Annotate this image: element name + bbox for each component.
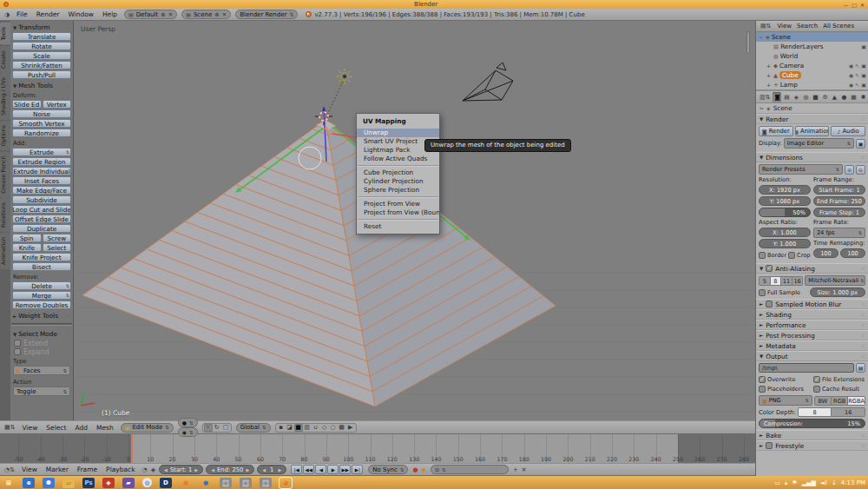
taskbar-app-violet-icon[interactable]: ▰ <box>122 478 135 488</box>
loop-cut-and-slide-button[interactable]: Loop Cut and Slide <box>12 205 71 214</box>
tray-volume-icon[interactable]: ◄) <box>820 479 827 486</box>
output-panel-header[interactable]: ▼ Output ∷ <box>756 351 868 361</box>
operator-panel-divider[interactable] <box>11 323 72 326</box>
toolshelf-tab-grease-pencil[interactable]: Grease Pencil <box>0 152 10 198</box>
bisect-button[interactable]: Bisect <box>12 262 71 271</box>
renderable-camera-icon[interactable]: ▣ <box>861 63 866 69</box>
preview-range-icon[interactable]: ◔ <box>141 466 149 473</box>
aspect-y-field[interactable]: Y: 1.000 <box>759 239 811 248</box>
aa-sample-11-button[interactable]: 11 <box>781 276 792 286</box>
tab-texture[interactable]: ▦ <box>849 92 858 102</box>
aa-size-field[interactable]: Size: 1.000 px <box>810 287 866 297</box>
merge-button[interactable]: Merge⇅ <box>12 291 71 300</box>
select-type-dropdown[interactable]: ◼ Faces ⇅ <box>13 366 70 375</box>
opengl-render-anim-icon[interactable]: ▶ <box>346 424 355 432</box>
timeline-menu-view[interactable]: View <box>17 466 42 473</box>
renderable-camera-icon[interactable]: ▣ <box>861 82 866 88</box>
mesh-tools-panel-header[interactable]: ▼ Mesh Tools ∷ <box>11 80 72 90</box>
insert-keyframe-icon[interactable]: + <box>511 466 520 473</box>
end-frame-field[interactable]: ◀ End: 250 ▶ <box>206 465 254 474</box>
select-mode-panel-header[interactable]: ▼ Select Mode ∷ <box>11 328 72 339</box>
randomize-button[interactable]: Randomize <box>12 129 71 137</box>
resolution-x-field[interactable]: X: 1920 px <box>759 185 811 195</box>
menu-item-cube-projection[interactable]: Cube Projection <box>357 169 439 177</box>
sun-lamp-object[interactable] <box>337 69 352 84</box>
resolution-percentage-slider[interactable]: 50% <box>759 208 811 217</box>
outliner-row-camera[interactable]: +◆Camera◉↖▣ <box>756 61 868 70</box>
extrude-region-button[interactable]: Extrude Region <box>12 157 71 166</box>
jump-next-keyframe-button[interactable]: ▶▶ <box>339 465 351 474</box>
select-button[interactable]: Select <box>43 243 72 252</box>
panel-drag-dots[interactable]: ∷ <box>67 25 70 30</box>
menu-item-cylinder-projection[interactable]: Cylinder Projection <box>357 177 439 186</box>
keying-set-dropdown[interactable]: ⊙ ⇅ <box>431 465 509 474</box>
add-preset-button[interactable]: ⊕ <box>845 165 854 175</box>
knife-project-button[interactable]: Knife Project <box>12 253 71 261</box>
view3d-menu-mesh[interactable]: Mesh <box>92 424 118 432</box>
menu-item-project-from-view[interactable]: Project From View <box>357 200 439 208</box>
panel-drag-dots[interactable]: ∷ <box>862 443 865 448</box>
add-scene-icon[interactable]: ⊕ <box>214 11 219 18</box>
visibility-eye-icon[interactable]: ◉ <box>849 82 853 88</box>
noise-button[interactable]: Noise <box>12 109 71 118</box>
overwrite-checkbox[interactable]: Overwrite <box>759 374 811 384</box>
panel-drag-dots[interactable]: ∷ <box>67 314 70 319</box>
info-menu-render[interactable]: Render <box>32 10 64 18</box>
manipulator-translate-icon[interactable]: + <box>204 424 213 432</box>
translate-button[interactable]: Translate <box>12 32 71 41</box>
manipulator-scale-icon[interactable]: ▢ <box>221 424 230 432</box>
panel-drag-dots[interactable]: ∷ <box>862 343 865 348</box>
taskbar-app-red-icon[interactable]: ◈ <box>102 478 115 488</box>
delete-button[interactable]: Delete⇅ <box>12 281 71 290</box>
editor-type-outliner-icon[interactable]: ▤⇅ <box>759 23 773 30</box>
taskbar-vm2-icon[interactable]: ⿴ <box>240 478 252 488</box>
audio-button[interactable]: ♪Audio <box>831 126 865 136</box>
panel-drag-dots[interactable]: ∷ <box>862 266 865 271</box>
spin-button[interactable]: Spin <box>12 234 42 242</box>
timeline-ruler[interactable]: -50-40-30-20-100102030405060708090100110… <box>0 434 755 463</box>
proportional-edit-icon[interactable]: ○ <box>329 424 338 432</box>
expander-icon[interactable]: + <box>766 72 772 78</box>
outliner-row-cube[interactable]: +▲Cube◉↖▣ <box>756 70 868 80</box>
render-button[interactable]: ◙Render <box>759 126 793 136</box>
panel-drag-dots[interactable]: ∷ <box>862 155 865 160</box>
panel-drag-dots[interactable]: ∷ <box>862 433 865 438</box>
taskbar-blender-icon[interactable]: ◕ <box>279 478 292 488</box>
toolshelf-tab-create[interactable]: Create <box>0 46 10 73</box>
full-sample-checkbox[interactable]: Full Sample <box>759 287 808 297</box>
aspect-x-field[interactable]: X: 1.000 <box>759 228 811 237</box>
panel-drag-dots[interactable]: ∷ <box>862 116 865 122</box>
extend-checkbox[interactable]: Extend <box>11 339 72 347</box>
tab-object-data[interactable]: ▲ <box>830 92 838 102</box>
taskbar-explorer-icon[interactable]: ▱ <box>62 478 75 488</box>
panel-drag-dots[interactable]: ∷ <box>67 83 70 89</box>
tab-particles[interactable]: ✱ <box>858 92 867 102</box>
performance-panel-header[interactable]: ►Performance∷ <box>756 320 868 330</box>
info-menu-help[interactable]: Help <box>98 10 122 18</box>
delete-keyframe-icon[interactable]: ✕ <box>520 466 529 473</box>
tray-network-icon[interactable]: ▂▄▆ <box>802 479 816 486</box>
camera-object[interactable] <box>463 63 513 101</box>
display-dropdown[interactable]: Image Editor ⇅ <box>784 138 854 149</box>
render-engine-selector[interactable]: Blender Render ⇅ <box>235 10 298 19</box>
compression-slider[interactable]: Compression:15% <box>759 419 865 428</box>
select-action-dropdown[interactable]: Toggle ⇅ <box>13 387 70 396</box>
taskbar-app-orange-icon[interactable]: ● <box>180 478 192 488</box>
color-depth-16-button[interactable]: 16 <box>832 407 865 417</box>
tab-scene[interactable]: ◈ <box>792 92 800 102</box>
outliner-menu-all-scenes[interactable]: All Scenes <box>823 23 854 30</box>
view3d-menu-add[interactable]: Add <box>70 424 92 432</box>
delete-layout-icon[interactable]: ✕ <box>168 11 173 18</box>
menu-item-follow-active-quads[interactable]: Follow Active Quads <box>357 155 439 163</box>
view3d-menu-select[interactable]: Select <box>42 424 70 432</box>
timeline-menu-marker[interactable]: Marker <box>42 466 73 473</box>
lock-frame-icon[interactable]: ◈ <box>149 466 157 473</box>
tab-object[interactable]: ■ <box>811 92 819 102</box>
extrude-individual-button[interactable]: Extrude Individual <box>12 167 71 175</box>
post-processing-panel-header[interactable]: ►Post Processing∷ <box>756 330 868 340</box>
menu-item-reset[interactable]: Reset <box>357 222 439 231</box>
mesh-select-edge-icon[interactable]: ◪ <box>286 424 294 432</box>
play-reverse-button[interactable]: ◀ <box>315 465 326 474</box>
menu-item-unwrap[interactable]: Unwrap <box>357 129 439 137</box>
offset-edge-slide-button[interactable]: Offset Edge Slide <box>12 215 71 223</box>
